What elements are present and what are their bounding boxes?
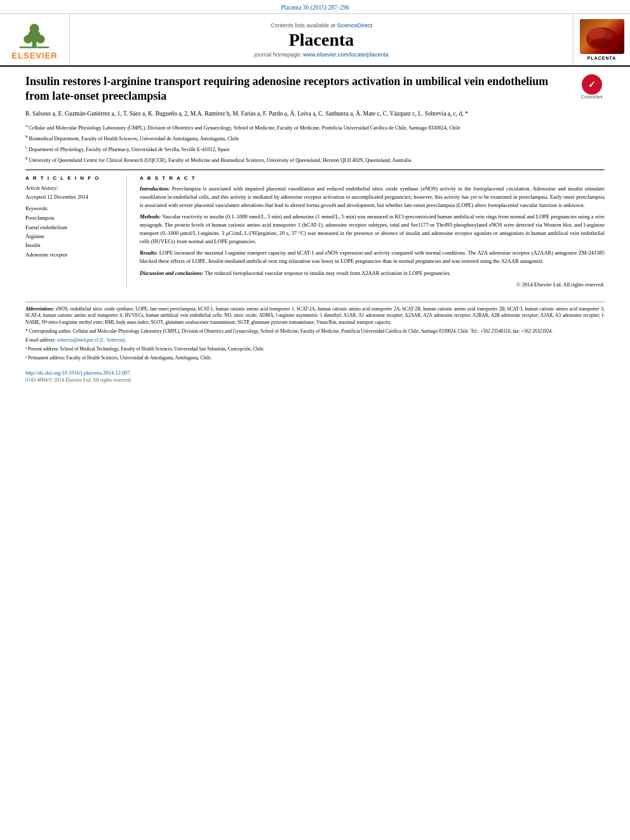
footnote-area: Abbreviations: eNOS, endothelial nitric …: [25, 302, 605, 362]
journal-center: Contents lists available at ScienceDirec…: [70, 14, 573, 65]
abstract-results-para: Results: LOPE increased the maximal l-ar…: [140, 249, 605, 265]
doi-footer: http://dx.doi.org/10.1016/j.placenta.201…: [0, 367, 630, 388]
article-history-label: Article history:: [25, 185, 119, 191]
abstract-results: Results: LOPE increased the maximal l-ar…: [140, 249, 605, 265]
doi-link[interactable]: http://dx.doi.org/10.1016/j.placenta.201…: [25, 370, 605, 376]
journal-reference-banner: Placenta 36 (2015) 287–296: [0, 0, 630, 14]
email-paragraph: E-mail address: sobrevia@med.puc.cl (L. …: [25, 337, 605, 344]
journal-header: ELSEVIER Contents lists available at Sci…: [0, 14, 630, 67]
affiliation-c: c Department of Physiology, Faculty of P…: [25, 144, 605, 154]
svg-point-3: [37, 35, 45, 43]
accepted-date: Accepted 12 December 2014: [25, 194, 119, 200]
discussion-head: Discussion and conclusions:: [140, 270, 203, 276]
abstract-methods-para: Methods: Vascular reactivity to insulin …: [140, 213, 605, 245]
title-area: Insulin restores l-arginine transport re…: [25, 74, 605, 104]
keywords-list: Preeclampsia Foetal endothelium Arginine…: [25, 213, 119, 259]
email-link[interactable]: sobrevia@med.puc.cl (L. Sobrevia).: [57, 337, 126, 343]
keyword-foetal-endothelium: Foetal endothelium: [25, 223, 119, 232]
journal-title: Placenta: [289, 30, 354, 50]
abstract-column: A B S T R A C T Introduction: Preeclamps…: [140, 175, 605, 288]
abbreviations-paragraph: Abbreviations: eNOS, endothelial nitric …: [25, 306, 605, 327]
keyword-arginine: Arginine: [25, 232, 119, 241]
article-info-column: A R T I C L E I N F O Article history: A…: [25, 175, 127, 288]
abstract-methods: Methods: Vascular reactivity to insulin …: [140, 213, 605, 245]
homepage-url[interactable]: www.elsevier.com/locate/placenta: [303, 51, 389, 58]
keyword-preeclampsia: Preeclampsia: [25, 213, 119, 222]
authors: R. Salsoso a, E. Guzmán-Gutiérrez a, 1, …: [25, 109, 605, 119]
two-column-section: A R T I C L E I N F O Article history: A…: [25, 170, 605, 288]
svg-rect-5: [20, 46, 50, 48]
placenta-journal-cover-image: [580, 19, 624, 54]
abstract-discussion-para: Discussion and conclusions: The reduced …: [140, 269, 605, 277]
keywords-heading: Keywords:: [25, 205, 119, 211]
article-title: Insulin restores l-arginine transport re…: [25, 74, 573, 104]
issn-line: 0143-4004/© 2014 Elsevier Ltd. All right…: [25, 377, 605, 383]
elsevier-tree-icon: [18, 19, 50, 51]
svg-point-9: [591, 38, 613, 48]
affiliations: a Cellular and Molecular Physiology Labo…: [25, 123, 605, 164]
abstract-intro-para: Introduction: Preeclampsia is associated…: [140, 185, 605, 209]
svg-point-4: [30, 24, 39, 34]
abstract-intro: Introduction: Preeclampsia is associated…: [140, 185, 605, 209]
affiliation-d: d University of Queensland Centre for Cl…: [25, 155, 605, 164]
keyword-adenosine-receptor: Adenosine receptor: [25, 250, 119, 259]
abstract-discussion: Discussion and conclusions: The reduced …: [140, 269, 605, 277]
crossmark-box: ✓ CrossMark: [579, 74, 605, 99]
affiliation-a: a Cellular and Molecular Physiology Labo…: [25, 123, 605, 132]
results-head: Results:: [140, 250, 158, 256]
crossmark-label: CrossMark: [581, 95, 603, 99]
keyword-insulin: Insulin: [25, 241, 119, 250]
placenta-journal-label: PLACENTA: [587, 56, 617, 60]
corresponding-author-paragraph: * Corresponding author. Cellular and Mol…: [25, 328, 605, 335]
contents-line: Contents lists available at ScienceDirec…: [271, 22, 372, 29]
elsevier-logo: ELSEVIER: [11, 19, 57, 60]
sciencedirect-link[interactable]: ScienceDirect: [337, 22, 373, 29]
crossmark-icon[interactable]: ✓: [582, 74, 602, 95]
journal-homepage: journal homepage: www.elsevier.com/locat…: [254, 51, 389, 58]
copyright-line: © 2014 Elsevier Ltd. All rights reserved…: [140, 281, 605, 288]
footnote-text: Abbreviations: eNOS, endothelial nitric …: [25, 306, 605, 362]
journal-ref-link[interactable]: Placenta 36 (2015) 287–296: [281, 4, 349, 11]
placenta-cover-svg: [583, 21, 621, 53]
footnote-2: ² Permanent address: Faculty of Health S…: [25, 355, 605, 362]
footnote-1: ¹ Present address: School of Medical Tec…: [25, 346, 605, 353]
article-info-heading: A R T I C L E I N F O: [25, 175, 119, 181]
elsevier-logo-box: ELSEVIER: [0, 14, 70, 65]
intro-head: Introduction:: [140, 185, 170, 192]
placenta-image-box: PLACENTA: [573, 14, 630, 65]
svg-point-2: [24, 35, 32, 43]
abstract-heading: A B S T R A C T: [140, 175, 605, 181]
affiliation-b: b Biomedical Department, Faculty of Heal…: [25, 133, 605, 143]
article-body: Insulin restores l-arginine transport re…: [0, 67, 630, 294]
methods-head: Methods:: [140, 213, 161, 220]
elsevier-label: ELSEVIER: [11, 51, 57, 60]
